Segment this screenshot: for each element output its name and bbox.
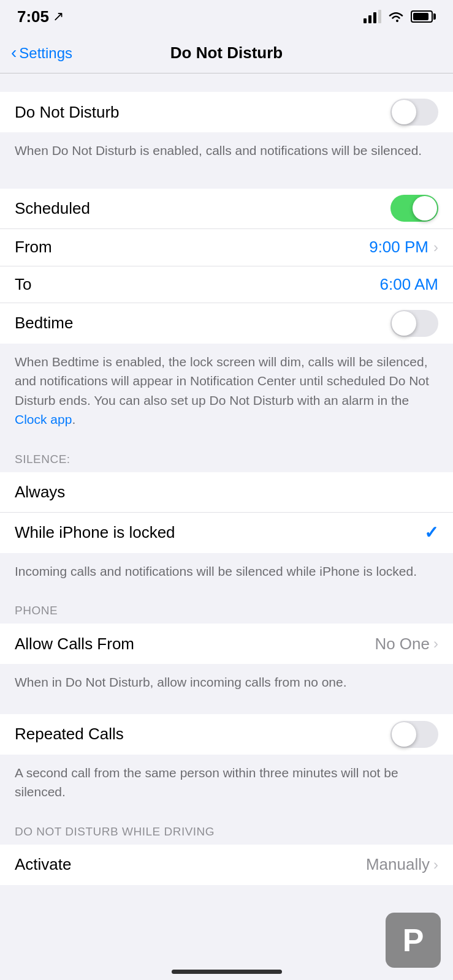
while-locked-label: While iPhone is locked xyxy=(15,523,175,542)
scheduled-toggle[interactable] xyxy=(390,195,438,222)
repeated-calls-toggle[interactable] xyxy=(390,721,438,748)
from-row: From 9:00 PM › xyxy=(0,229,453,266)
bedtime-row: Bedtime xyxy=(0,303,453,344)
status-bar: 7:05 ↗ xyxy=(0,0,453,33)
while-locked-desc-text: Incoming calls and notifications will be… xyxy=(15,564,417,578)
allow-calls-row[interactable]: Allow Calls From No One › xyxy=(0,624,453,664)
back-label: Settings xyxy=(19,45,72,62)
clock-app-link[interactable]: Clock app xyxy=(15,412,72,426)
allow-calls-desc-text: When in Do Not Disturb, allow incoming c… xyxy=(15,675,347,689)
repeated-calls-toggle-knob xyxy=(392,722,416,747)
do-not-disturb-toggle[interactable] xyxy=(390,99,438,126)
silence-section-header: SILENCE: xyxy=(0,439,453,472)
do-not-disturb-card: Do Not Disturb xyxy=(0,92,453,132)
page-title: Do Not Disturb xyxy=(170,43,283,62)
from-value: 9:00 PM xyxy=(64,238,428,257)
to-value: 6:00 AM xyxy=(64,275,438,294)
bedtime-desc: When Bedtime is enabled, the lock screen… xyxy=(0,344,453,439)
bedtime-toggle[interactable] xyxy=(390,310,438,337)
toggle-knob xyxy=(392,100,416,124)
scheduled-toggle-knob xyxy=(413,196,437,221)
activate-label: Activate xyxy=(15,855,72,874)
allow-calls-card: Allow Calls From No One › xyxy=(0,624,453,664)
while-locked-desc: Incoming calls and notifications will be… xyxy=(0,553,453,591)
allow-calls-label: Allow Calls From xyxy=(15,635,134,654)
scheduled-card: Scheduled From 9:00 PM › To 6:00 AM Bedt… xyxy=(0,189,453,344)
allow-calls-chevron-icon: › xyxy=(433,635,438,652)
home-indicator[interactable] xyxy=(172,970,282,974)
status-time: 7:05 xyxy=(17,7,49,26)
bedtime-label: Bedtime xyxy=(15,314,73,333)
scheduled-row: Scheduled xyxy=(0,189,453,229)
driving-section-header: DO NOT DISTURB WHILE DRIVING xyxy=(0,812,453,845)
wifi-icon xyxy=(387,10,405,23)
section-gap-2 xyxy=(0,170,453,189)
back-button[interactable]: ‹ Settings xyxy=(11,45,72,62)
watermark: P xyxy=(386,913,441,968)
from-to-block[interactable]: From 9:00 PM › To 6:00 AM xyxy=(0,229,453,303)
repeated-calls-card: Repeated Calls xyxy=(0,714,453,755)
do-not-disturb-desc: When Do Not Disturb is enabled, calls an… xyxy=(0,132,453,170)
phone-header-text: PHONE xyxy=(15,604,58,617)
phone-section-header: PHONE xyxy=(0,590,453,624)
from-label: From xyxy=(15,238,64,257)
do-not-disturb-desc-text: When Do Not Disturb is enabled, calls an… xyxy=(15,143,422,157)
do-not-disturb-row: Do Not Disturb xyxy=(0,92,453,132)
section-gap-3 xyxy=(0,702,453,714)
scheduled-label: Scheduled xyxy=(15,199,90,218)
allow-calls-value-group: No One › xyxy=(375,635,438,654)
activate-card: Activate Manually › xyxy=(0,845,453,885)
repeated-calls-label: Repeated Calls xyxy=(15,725,124,744)
activate-row[interactable]: Activate Manually › xyxy=(0,845,453,885)
bedtime-toggle-knob xyxy=(392,311,416,336)
battery-icon xyxy=(411,10,436,23)
repeated-calls-desc-text: A second call from the same person withi… xyxy=(15,766,398,799)
activate-value: Manually xyxy=(366,855,430,874)
repeated-calls-row: Repeated Calls xyxy=(0,714,453,755)
driving-header-text: DO NOT DISTURB WHILE DRIVING xyxy=(15,825,215,838)
activate-value-group: Manually › xyxy=(366,855,438,874)
back-chevron-icon: ‹ xyxy=(11,44,17,61)
from-chevron-icon: › xyxy=(433,239,438,256)
section-gap-1 xyxy=(0,74,453,92)
always-label: Always xyxy=(15,483,65,502)
do-not-disturb-label: Do Not Disturb xyxy=(15,103,120,122)
silence-card: Always While iPhone is locked ✓ xyxy=(0,472,453,553)
allow-calls-value: No One xyxy=(375,635,430,654)
repeated-calls-desc: A second call from the same person withi… xyxy=(0,755,453,812)
status-icons xyxy=(364,10,436,23)
location-icon: ↗ xyxy=(53,9,64,24)
always-row[interactable]: Always xyxy=(0,472,453,513)
to-label: To xyxy=(15,275,64,294)
while-locked-checkmark: ✓ xyxy=(424,522,438,543)
bedtime-desc-text: When Bedtime is enabled, the lock screen… xyxy=(15,355,429,427)
silence-header-text: SILENCE: xyxy=(15,453,70,466)
allow-calls-desc: When in Do Not Disturb, allow incoming c… xyxy=(0,664,453,702)
signal-bars-icon xyxy=(364,10,381,23)
to-row: To 6:00 AM xyxy=(0,266,453,303)
while-locked-row[interactable]: While iPhone is locked ✓ xyxy=(0,513,453,553)
nav-bar: ‹ Settings Do Not Disturb xyxy=(0,33,453,74)
activate-chevron-icon: › xyxy=(433,856,438,873)
